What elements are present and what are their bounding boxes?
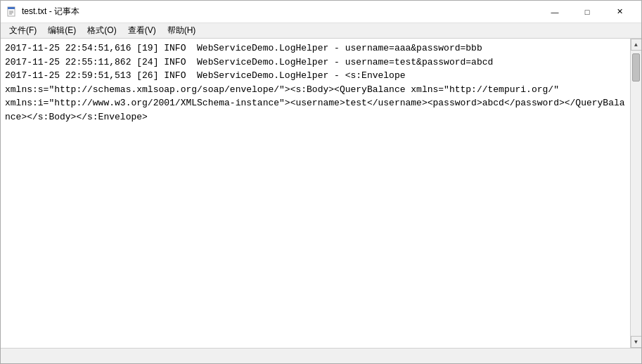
svg-rect-1 bbox=[8, 7, 15, 9]
minimize-button[interactable]: — bbox=[539, 1, 571, 23]
scroll-thumb[interactable] bbox=[632, 53, 640, 82]
app-icon bbox=[6, 6, 18, 18]
window-title: test.txt - 记事本 bbox=[22, 6, 539, 18]
status-bar bbox=[1, 348, 641, 363]
menu-file[interactable]: 文件(F) bbox=[4, 23, 42, 38]
scroll-up-button[interactable]: ▲ bbox=[631, 39, 642, 51]
main-window: test.txt - 记事本 — □ ✕ 文件(F) 编辑(E) 格式(O) 查… bbox=[0, 0, 642, 364]
close-button[interactable]: ✕ bbox=[603, 1, 636, 23]
menu-view[interactable]: 查看(V) bbox=[122, 23, 162, 38]
vertical-scrollbar: ▲ ▼ bbox=[630, 39, 641, 348]
menu-help[interactable]: 帮助(H) bbox=[162, 23, 202, 38]
menu-edit[interactable]: 编辑(E) bbox=[42, 23, 82, 38]
scroll-track[interactable] bbox=[631, 51, 641, 336]
title-bar: test.txt - 记事本 — □ ✕ bbox=[1, 1, 641, 23]
content-area: ▲ ▼ bbox=[1, 39, 641, 348]
menu-bar: 文件(F) 编辑(E) 格式(O) 查看(V) 帮助(H) bbox=[1, 23, 641, 39]
scroll-down-button[interactable]: ▼ bbox=[631, 336, 642, 348]
menu-format[interactable]: 格式(O) bbox=[82, 23, 122, 38]
window-controls: — □ ✕ bbox=[539, 1, 636, 23]
text-editor[interactable] bbox=[1, 39, 630, 348]
maximize-button[interactable]: □ bbox=[571, 1, 603, 23]
